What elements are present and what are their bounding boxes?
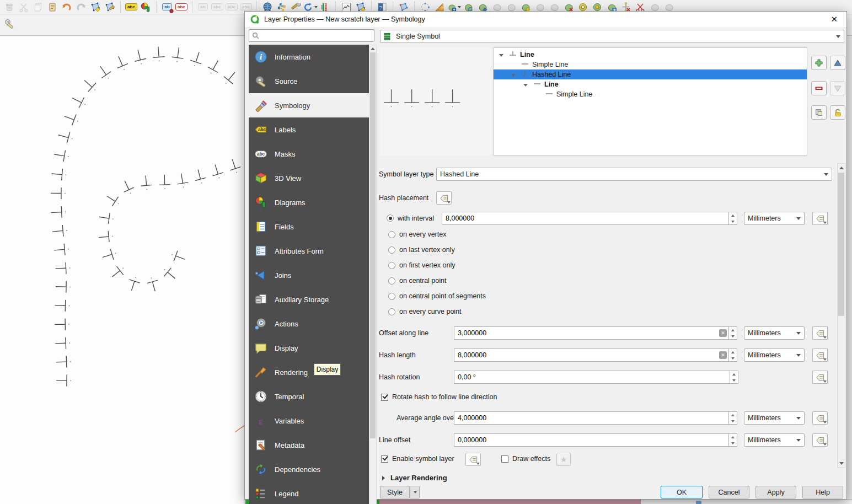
lock-colors-button[interactable] xyxy=(830,105,845,120)
ok-button[interactable]: OK xyxy=(661,486,703,498)
expand-arrow-icon[interactable] xyxy=(499,51,508,58)
hash-length-spinner[interactable] xyxy=(729,348,737,362)
undo-icon[interactable] xyxy=(60,1,74,14)
line-offset-field[interactable] xyxy=(454,433,729,447)
apply-button[interactable]: Apply xyxy=(755,486,796,498)
symbol-tree-row-simple-line[interactable]: Simple Line xyxy=(494,60,807,69)
average-angle-input[interactable] xyxy=(454,414,728,422)
offset-override-button[interactable] xyxy=(812,326,828,340)
symbol-layer-tree[interactable]: LineSimple LineHashed LineLineSimple Lin… xyxy=(493,47,807,156)
hash-placement-override-button[interactable] xyxy=(436,191,452,205)
style-dropdown-button[interactable] xyxy=(410,486,420,498)
sidebar-scroll-thumb[interactable] xyxy=(370,52,376,438)
sidebar-item-actions[interactable]: Actions xyxy=(249,312,369,336)
average-angle-unit-select[interactable]: Millimeters xyxy=(744,411,805,425)
hash-length-override-button[interactable] xyxy=(812,348,828,362)
reshape-features-icon[interactable] xyxy=(88,1,103,14)
symbol-tree-row-line[interactable]: Line xyxy=(494,79,807,89)
interval-input[interactable] xyxy=(442,215,728,222)
radio-on-every-vertex[interactable] xyxy=(388,231,395,238)
hash-rotation-field[interactable] xyxy=(454,371,730,384)
pin-labels-icon[interactable]: ab xyxy=(160,1,174,14)
sidebar-scrollbar[interactable] xyxy=(369,45,377,504)
sidebar-item-3d-view[interactable]: 3D View xyxy=(249,166,369,190)
dialog-titlebar[interactable]: Layer Properties — New scratch layer — S… xyxy=(245,12,846,27)
radio-on-central-point-of-segments[interactable] xyxy=(388,293,395,300)
search-box[interactable] xyxy=(249,29,374,42)
hash-length-input[interactable] xyxy=(454,351,719,359)
redo-icon[interactable] xyxy=(74,1,88,14)
cancel-button[interactable]: Cancel xyxy=(709,486,749,498)
params-scrollbar[interactable] xyxy=(837,163,845,468)
line-offset-spinner[interactable] xyxy=(729,433,737,447)
hash-rotation-override-button[interactable] xyxy=(812,371,828,384)
sidebar-item-masks[interactable]: abcMasks xyxy=(249,142,369,166)
clear-icon[interactable]: ✕ xyxy=(719,329,727,337)
sidebar-item-fields[interactable]: Fields xyxy=(249,215,369,239)
interval-field[interactable] xyxy=(442,212,729,225)
sidebar-item-temporal[interactable]: Temporal xyxy=(249,384,369,409)
close-icon[interactable]: ✕ xyxy=(827,14,841,24)
remove-symbol-layer-button[interactable] xyxy=(811,81,827,95)
offset-along-line-input[interactable] xyxy=(454,329,719,337)
sidebar-item-joins[interactable]: Joins xyxy=(249,263,369,287)
sidebar-item-dependencies[interactable]: Dependencies xyxy=(249,457,369,481)
radio-on-last-vertex-only[interactable] xyxy=(388,246,395,254)
draw-effects-checkbox[interactable] xyxy=(501,455,508,463)
interval-spinner[interactable] xyxy=(729,212,737,225)
expand-arrow-icon[interactable] xyxy=(511,71,520,78)
vertex-editor-icon[interactable] xyxy=(103,1,117,14)
sidebar-item-symbology[interactable]: Symbology xyxy=(249,93,369,117)
params-scroll-thumb[interactable] xyxy=(838,173,844,316)
map-canvas[interactable] xyxy=(0,36,244,504)
line-offset-override-button[interactable] xyxy=(812,433,828,447)
rotate-hash-checkbox[interactable] xyxy=(381,394,388,401)
highlight-pinned-labels-icon[interactable]: abc xyxy=(174,1,189,14)
style-button[interactable]: Style xyxy=(380,486,410,498)
sidebar-item-labels[interactable]: abcLabels xyxy=(249,117,369,142)
radio-on-central-point[interactable] xyxy=(388,277,395,285)
layer-diagram-icon[interactable] xyxy=(138,1,153,14)
interval-override-button[interactable] xyxy=(812,212,828,225)
sidebar-item-display[interactable]: Display xyxy=(249,336,369,360)
enable-symbol-layer-checkbox[interactable] xyxy=(381,455,388,463)
sidebar-item-metadata[interactable]: Metadata xyxy=(249,433,369,457)
layer-labeling-icon[interactable]: abc xyxy=(124,1,138,14)
symbol-tree-row-hashed-line[interactable]: Hashed Line xyxy=(494,69,807,79)
average-angle-field[interactable] xyxy=(454,411,729,425)
expand-arrow-icon[interactable] xyxy=(523,81,532,88)
sidebar-item-auxiliary-storage[interactable]: Auxiliary Storage xyxy=(249,287,369,312)
paste-features-icon[interactable] xyxy=(45,1,60,14)
sidebar-item-source[interactable]: Source xyxy=(249,69,369,93)
sidebar-item-legend[interactable]: Legend xyxy=(249,481,369,504)
layer-rendering-header[interactable]: Layer Rendering xyxy=(390,474,447,482)
hash-rotation-spinner[interactable] xyxy=(730,371,738,384)
duplicate-symbol-layer-button[interactable] xyxy=(811,105,827,120)
sidebar-item-variables[interactable]: εVariables xyxy=(249,409,369,433)
sidebar-item-information[interactable]: iInformation xyxy=(249,45,369,69)
scroll-up-icon[interactable] xyxy=(838,164,845,171)
interval-unit-select[interactable]: Millimeters xyxy=(744,212,805,225)
radio-on-every-curve-point[interactable] xyxy=(388,308,395,315)
wrench-tool-icon[interactable] xyxy=(2,17,19,33)
line-offset-input[interactable] xyxy=(454,436,728,444)
hash-rotation-input[interactable] xyxy=(454,373,730,381)
scroll-up-icon[interactable] xyxy=(369,45,376,52)
average-angle-spinner[interactable] xyxy=(729,411,737,425)
symbol-tree-row-line[interactable]: Line xyxy=(494,50,807,60)
search-input[interactable] xyxy=(262,32,371,40)
offset-along-line-spinner[interactable] xyxy=(729,326,737,340)
effects-customize-button[interactable]: ★ xyxy=(556,453,571,466)
hash-length-field[interactable]: ✕ xyxy=(454,348,729,362)
scroll-down-icon[interactable] xyxy=(838,460,845,467)
renderer-select[interactable]: Single Symbol xyxy=(380,30,844,43)
symbol-layer-type-select[interactable]: Hashed Line xyxy=(436,168,832,181)
help-button[interactable]: Help xyxy=(802,486,843,498)
radio-on-first-vertex-only[interactable] xyxy=(388,262,395,269)
layer-rendering-expand-icon[interactable] xyxy=(382,476,385,480)
offset-unit-select[interactable]: Millimeters xyxy=(744,326,805,340)
symbol-tree-row-simple-line[interactable]: Simple Line xyxy=(494,89,807,99)
with-interval-radio[interactable] xyxy=(387,215,394,222)
clear-icon[interactable]: ✕ xyxy=(719,351,727,359)
sidebar-item-rendering[interactable]: Rendering xyxy=(249,360,369,384)
